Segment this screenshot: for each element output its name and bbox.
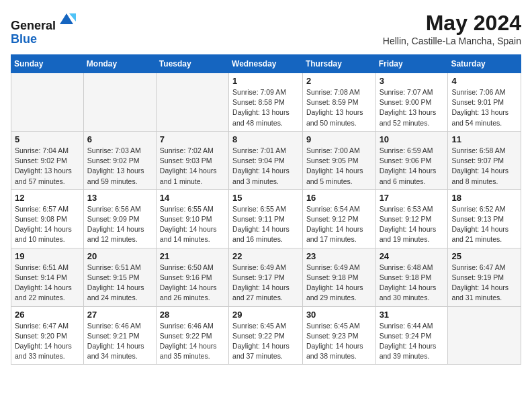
day-number: 28 [160, 310, 225, 320]
day-info: Sunrise: 6:48 AMSunset: 9:18 PMDaylight:… [380, 263, 445, 304]
day-info: Sunrise: 6:59 AMSunset: 9:06 PMDaylight:… [380, 146, 445, 187]
page-header: General Blue May 2024 Hellin, Castille-L… [11, 11, 521, 46]
day-info: Sunrise: 6:47 AMSunset: 9:19 PMDaylight:… [451, 263, 517, 304]
day-number: 1 [232, 76, 299, 86]
calendar-cell: 13Sunrise: 6:56 AMSunset: 9:09 PMDayligh… [83, 189, 156, 248]
day-info: Sunrise: 6:51 AMSunset: 9:15 PMDaylight:… [87, 263, 152, 304]
calendar-cell: 11Sunrise: 6:58 AMSunset: 9:07 PMDayligh… [448, 131, 521, 189]
day-number: 21 [160, 251, 225, 261]
day-info: Sunrise: 7:00 AMSunset: 9:05 PMDaylight:… [306, 146, 372, 187]
calendar-cell: 15Sunrise: 6:55 AMSunset: 9:11 PMDayligh… [229, 189, 303, 248]
day-number: 10 [380, 134, 445, 144]
day-info: Sunrise: 6:46 AMSunset: 9:22 PMDaylight:… [160, 321, 225, 362]
calendar-cell: 8Sunrise: 7:01 AMSunset: 9:04 PMDaylight… [229, 131, 303, 189]
calendar-cell: 25Sunrise: 6:47 AMSunset: 9:19 PMDayligh… [448, 248, 521, 306]
day-number: 25 [451, 251, 517, 261]
day-number: 7 [160, 134, 225, 144]
day-info: Sunrise: 7:09 AMSunset: 8:58 PMDaylight:… [232, 87, 299, 128]
day-number: 16 [306, 193, 372, 203]
calendar-cell: 17Sunrise: 6:53 AMSunset: 9:12 PMDayligh… [375, 189, 448, 248]
day-info: Sunrise: 6:51 AMSunset: 9:14 PMDaylight:… [15, 263, 80, 304]
logo-blue: Blue [11, 32, 37, 46]
day-info: Sunrise: 6:56 AMSunset: 9:09 PMDaylight:… [87, 204, 152, 245]
day-info: Sunrise: 7:01 AMSunset: 9:04 PMDaylight:… [232, 146, 299, 187]
calendar-cell: 14Sunrise: 6:55 AMSunset: 9:10 PMDayligh… [156, 189, 228, 248]
day-number: 14 [160, 193, 225, 203]
day-info: Sunrise: 7:04 AMSunset: 9:02 PMDaylight:… [15, 146, 80, 187]
calendar-table: SundayMondayTuesdayWednesdayThursdayFrid… [11, 54, 521, 365]
month-title: May 2024 [383, 11, 521, 36]
weekday-header-tuesday: Tuesday [156, 55, 228, 73]
day-number: 5 [15, 134, 80, 144]
calendar-cell: 21Sunrise: 6:50 AMSunset: 9:16 PMDayligh… [156, 248, 228, 306]
day-number: 6 [87, 134, 152, 144]
day-info: Sunrise: 7:02 AMSunset: 9:03 PMDaylight:… [160, 146, 225, 187]
calendar-cell: 22Sunrise: 6:49 AMSunset: 9:17 PMDayligh… [229, 248, 303, 306]
day-info: Sunrise: 7:03 AMSunset: 9:02 PMDaylight:… [87, 146, 152, 187]
calendar-cell: 3Sunrise: 7:07 AMSunset: 9:00 PMDaylight… [375, 73, 448, 132]
location-title: Hellin, Castille-La Mancha, Spain [383, 36, 521, 46]
calendar-cell: 19Sunrise: 6:51 AMSunset: 9:14 PMDayligh… [11, 248, 84, 306]
calendar-cell: 2Sunrise: 7:08 AMSunset: 8:59 PMDaylight… [302, 73, 375, 132]
calendar-cell [156, 73, 228, 132]
day-number: 27 [87, 310, 152, 320]
calendar-cell: 31Sunrise: 6:44 AMSunset: 9:24 PMDayligh… [375, 306, 448, 365]
calendar-cell: 28Sunrise: 6:46 AMSunset: 9:22 PMDayligh… [156, 306, 228, 365]
day-number: 26 [15, 310, 80, 320]
day-info: Sunrise: 6:49 AMSunset: 9:17 PMDaylight:… [232, 263, 299, 304]
weekday-header-monday: Monday [83, 55, 156, 73]
day-number: 12 [15, 193, 80, 203]
day-number: 22 [232, 251, 299, 261]
day-number: 23 [306, 251, 372, 261]
day-info: Sunrise: 6:58 AMSunset: 9:07 PMDaylight:… [451, 146, 517, 187]
calendar-cell: 27Sunrise: 6:46 AMSunset: 9:21 PMDayligh… [83, 306, 156, 365]
day-info: Sunrise: 6:57 AMSunset: 9:08 PMDaylight:… [15, 204, 80, 245]
day-number: 24 [380, 251, 445, 261]
calendar-cell: 4Sunrise: 7:06 AMSunset: 9:01 PMDaylight… [448, 73, 521, 132]
calendar-cell: 12Sunrise: 6:57 AMSunset: 9:08 PMDayligh… [11, 189, 84, 248]
calendar-cell: 24Sunrise: 6:48 AMSunset: 9:18 PMDayligh… [375, 248, 448, 306]
logo-general: General [11, 19, 56, 32]
day-number: 29 [232, 310, 299, 320]
calendar-cell: 7Sunrise: 7:02 AMSunset: 9:03 PMDaylight… [156, 131, 228, 189]
day-info: Sunrise: 6:47 AMSunset: 9:20 PMDaylight:… [15, 321, 80, 362]
title-block: May 2024 Hellin, Castille-La Mancha, Spa… [383, 11, 521, 46]
calendar-cell: 20Sunrise: 6:51 AMSunset: 9:15 PMDayligh… [83, 248, 156, 306]
day-number: 3 [380, 76, 445, 86]
day-info: Sunrise: 6:52 AMSunset: 9:13 PMDaylight:… [451, 204, 517, 245]
calendar-cell: 6Sunrise: 7:03 AMSunset: 9:02 PMDaylight… [83, 131, 156, 189]
day-number: 13 [87, 193, 152, 203]
calendar-cell: 5Sunrise: 7:04 AMSunset: 9:02 PMDaylight… [11, 131, 84, 189]
day-info: Sunrise: 7:07 AMSunset: 9:00 PMDaylight:… [380, 87, 445, 128]
calendar-cell: 23Sunrise: 6:49 AMSunset: 9:18 PMDayligh… [302, 248, 375, 306]
day-number: 15 [232, 193, 299, 203]
day-number: 2 [306, 76, 372, 86]
calendar-cell: 18Sunrise: 6:52 AMSunset: 9:13 PMDayligh… [448, 189, 521, 248]
calendar-cell: 30Sunrise: 6:45 AMSunset: 9:23 PMDayligh… [302, 306, 375, 365]
logo-icon [57, 11, 76, 30]
weekday-header-thursday: Thursday [302, 55, 375, 73]
day-info: Sunrise: 7:08 AMSunset: 8:59 PMDaylight:… [306, 87, 372, 128]
calendar-cell: 10Sunrise: 6:59 AMSunset: 9:06 PMDayligh… [375, 131, 448, 189]
day-number: 18 [451, 193, 517, 203]
day-number: 4 [451, 76, 517, 86]
day-info: Sunrise: 6:54 AMSunset: 9:12 PMDaylight:… [306, 204, 372, 245]
logo: General Blue [11, 11, 76, 46]
weekday-header-wednesday: Wednesday [229, 55, 303, 73]
day-number: 11 [451, 134, 517, 144]
day-info: Sunrise: 6:55 AMSunset: 9:11 PMDaylight:… [232, 204, 299, 245]
day-info: Sunrise: 6:45 AMSunset: 9:22 PMDaylight:… [232, 321, 299, 362]
day-info: Sunrise: 6:45 AMSunset: 9:23 PMDaylight:… [306, 321, 372, 362]
day-info: Sunrise: 6:44 AMSunset: 9:24 PMDaylight:… [380, 321, 445, 362]
calendar-cell [11, 73, 84, 132]
calendar-cell: 9Sunrise: 7:00 AMSunset: 9:05 PMDaylight… [302, 131, 375, 189]
calendar-cell: 26Sunrise: 6:47 AMSunset: 9:20 PMDayligh… [11, 306, 84, 365]
calendar-cell: 1Sunrise: 7:09 AMSunset: 8:58 PMDaylight… [229, 73, 303, 132]
calendar-cell: 16Sunrise: 6:54 AMSunset: 9:12 PMDayligh… [302, 189, 375, 248]
weekday-header-saturday: Saturday [448, 55, 521, 73]
day-number: 20 [87, 251, 152, 261]
day-info: Sunrise: 6:49 AMSunset: 9:18 PMDaylight:… [306, 263, 372, 304]
day-info: Sunrise: 6:46 AMSunset: 9:21 PMDaylight:… [87, 321, 152, 362]
day-number: 31 [380, 310, 445, 320]
calendar-cell: 29Sunrise: 6:45 AMSunset: 9:22 PMDayligh… [229, 306, 303, 365]
